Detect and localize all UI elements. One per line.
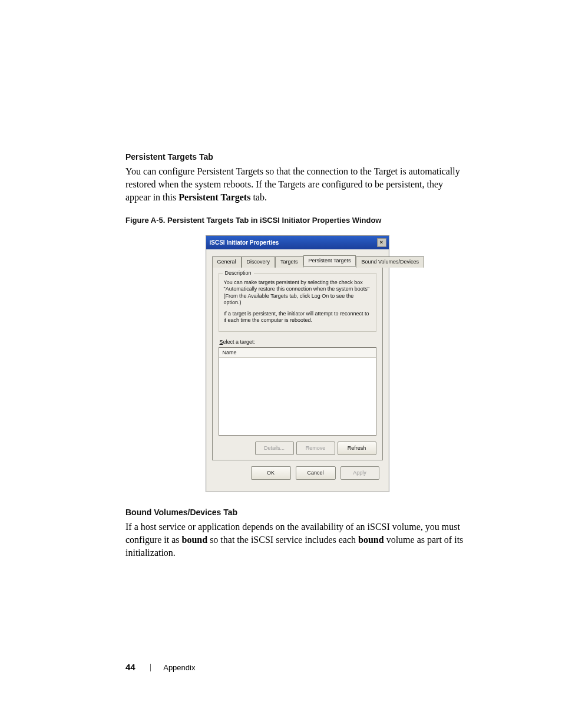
dialog-title-text: iSCSI Initiator Properties xyxy=(210,239,279,246)
cancel-button[interactable]: Cancel xyxy=(296,466,336,480)
footer-separator xyxy=(150,664,151,671)
apply-button: Apply xyxy=(340,466,379,480)
tab-general[interactable]: General xyxy=(212,256,242,268)
bound-para-bold-1: bound xyxy=(182,535,208,545)
refresh-button[interactable]: Refresh xyxy=(338,442,376,455)
list-action-buttons: Details... Remove Refresh xyxy=(219,442,376,455)
select-target-rest: elect a target: xyxy=(223,339,256,345)
bound-volumes-paragraph: If a host service or application depends… xyxy=(125,521,469,559)
bound-para-mid: so that the iSCSI service includes each xyxy=(207,535,358,545)
tab-bound-volumes[interactable]: Bound Volumes/Devices xyxy=(356,256,424,268)
figure-caption: Figure A-5. Persistent Targets Tab in iS… xyxy=(125,216,469,225)
dialog-titlebar: iSCSI Initiator Properties × xyxy=(206,236,389,249)
close-icon[interactable]: × xyxy=(377,238,386,247)
bound-para-bold-2: bound xyxy=(358,535,384,545)
iscsi-properties-dialog: iSCSI Initiator Properties × General Dis… xyxy=(206,235,389,492)
tab-targets[interactable]: Targets xyxy=(275,256,303,268)
description-legend: Description xyxy=(223,270,254,276)
dialog-tabs: General Discovery Targets Persistent Tar… xyxy=(212,255,383,266)
tab-persistent-targets[interactable]: Persistent Targets xyxy=(303,255,356,266)
description-paragraph-2: If a target is persistent, the initiator… xyxy=(224,311,371,324)
persistent-para-post: tab. xyxy=(250,192,267,202)
target-listbox[interactable]: Name xyxy=(219,347,376,436)
tab-panel-persistent: Description You can make targets persist… xyxy=(212,266,383,460)
persistent-targets-paragraph: You can configure Persistent Targets so … xyxy=(125,165,469,204)
tab-discovery[interactable]: Discovery xyxy=(242,256,276,268)
page-footer: 44 Appendix xyxy=(125,662,195,672)
description-groupbox: Description You can make targets persist… xyxy=(219,273,376,332)
page: Persistent Targets Tab You can configure… xyxy=(0,0,562,728)
select-target-label: Select a target: xyxy=(220,339,376,345)
ok-button[interactable]: OK xyxy=(251,466,291,480)
persistent-targets-heading: Persistent Targets Tab xyxy=(125,152,469,162)
remove-button: Remove xyxy=(296,442,335,455)
dialog-body: General Discovery Targets Persistent Tar… xyxy=(206,249,389,492)
bound-volumes-heading: Bound Volumes/Devices Tab xyxy=(125,508,469,517)
details-button: Details... xyxy=(255,442,294,455)
page-number: 44 xyxy=(125,662,135,672)
persistent-para-pre: You can configure Persistent Targets so … xyxy=(125,166,460,202)
persistent-para-bold: Persistent Targets xyxy=(178,192,250,202)
dialog-bottom-buttons: OK Cancel Apply xyxy=(212,460,383,486)
list-column-name: Name xyxy=(219,348,376,358)
footer-section: Appendix xyxy=(163,663,195,672)
description-paragraph-1: You can make targets persistent by selec… xyxy=(224,279,371,306)
